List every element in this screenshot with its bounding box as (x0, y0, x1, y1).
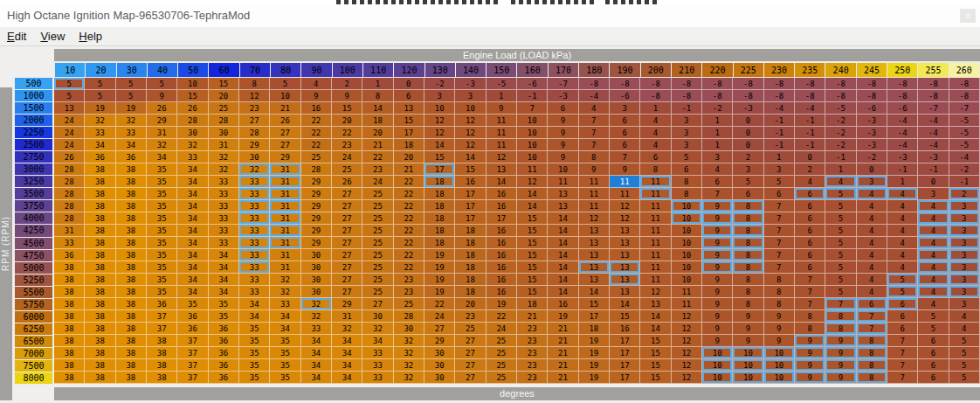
map-cell[interactable]: 7 (764, 200, 795, 212)
map-cell[interactable]: 16 (487, 188, 517, 200)
map-cell[interactable]: 6 (672, 163, 702, 176)
map-cell[interactable]: 27 (455, 347, 486, 359)
map-cell[interactable]: 12 (455, 127, 486, 139)
map-cell[interactable]: 22 (394, 225, 424, 237)
map-cell[interactable]: 27 (332, 286, 362, 298)
map-cell[interactable]: 35 (147, 274, 177, 286)
map-cell[interactable]: 23 (517, 359, 548, 372)
map-cell[interactable]: 14 (610, 298, 640, 310)
map-cell[interactable]: 12 (672, 372, 702, 384)
map-cell[interactable]: 6 (918, 335, 949, 347)
map-cell[interactable]: 4 (640, 139, 671, 151)
map-cell[interactable]: 34 (177, 212, 208, 225)
map-cell[interactable]: 15 (424, 151, 455, 163)
map-cell[interactable]: 35 (239, 335, 270, 347)
map-cell[interactable]: 31 (270, 200, 300, 212)
map-cell[interactable]: -5 (949, 115, 980, 127)
map-cell[interactable]: 11 (640, 249, 671, 261)
map-cell[interactable]: 35 (239, 359, 270, 372)
map-cell[interactable]: 4 (887, 212, 918, 225)
map-cell[interactable]: 8 (857, 359, 887, 372)
map-cell[interactable]: -2 (949, 163, 980, 176)
load-header-cell[interactable]: 170 (549, 63, 578, 77)
map-cell[interactable]: 8 (733, 225, 763, 237)
map-cell[interactable]: 34 (147, 151, 177, 163)
map-cell[interactable]: 6 (702, 176, 733, 188)
map-cell[interactable]: 30 (301, 274, 332, 286)
map-cell[interactable]: 12 (672, 359, 702, 372)
map-cell[interactable]: 34 (239, 310, 270, 323)
map-cell[interactable]: 7 (702, 188, 733, 200)
map-cell[interactable]: 14 (548, 274, 578, 286)
map-cell[interactable]: 38 (116, 225, 147, 237)
map-cell[interactable]: -8 (887, 78, 918, 90)
map-cell[interactable]: 4 (918, 200, 949, 212)
map-cell[interactable]: 4 (857, 188, 887, 200)
map-cell[interactable]: 10 (764, 359, 795, 372)
map-cell[interactable]: 34 (239, 298, 270, 310)
load-header-cell[interactable]: 255 (918, 63, 948, 77)
rpm-header-cell[interactable]: 1500 (15, 102, 52, 114)
map-cell[interactable]: 6 (795, 188, 825, 200)
map-cell[interactable]: 10 (733, 359, 763, 372)
map-cell[interactable]: 7 (887, 359, 918, 372)
map-cell[interactable]: 16 (487, 261, 517, 274)
map-cell[interactable]: 38 (54, 335, 85, 347)
map-cell[interactable]: 2 (949, 188, 980, 200)
map-cell[interactable]: 7 (764, 261, 795, 274)
map-cell[interactable]: 36 (177, 323, 208, 335)
map-cell[interactable]: 19 (424, 261, 455, 274)
map-cell[interactable]: 5 (949, 335, 980, 347)
map-cell[interactable]: 22 (394, 261, 424, 274)
map-cell[interactable]: 32 (332, 323, 362, 335)
map-cell[interactable]: 14 (548, 286, 578, 298)
map-cell[interactable]: 12 (672, 310, 702, 323)
map-cell[interactable]: 17 (610, 372, 640, 384)
map-cell[interactable]: 15 (517, 225, 548, 237)
map-cell[interactable]: 28 (54, 163, 85, 176)
map-cell[interactable]: 10 (517, 115, 548, 127)
map-cell[interactable]: 11 (579, 188, 610, 200)
map-cell[interactable]: 3 (949, 237, 980, 249)
map-cell[interactable]: 27 (455, 372, 486, 384)
map-cell[interactable]: 33 (362, 372, 393, 384)
map-cell[interactable]: 33 (362, 347, 393, 359)
map-cell[interactable]: -3 (857, 127, 887, 139)
map-cell[interactable]: 34 (177, 249, 208, 261)
map-cell[interactable]: 13 (610, 274, 640, 286)
map-cell[interactable]: 2 (332, 78, 362, 90)
map-cell[interactable]: 25 (301, 151, 332, 163)
map-cell[interactable]: 25 (362, 261, 393, 274)
map-cell[interactable]: -1 (795, 127, 825, 139)
map-cell[interactable]: 14 (548, 249, 578, 261)
map-cell[interactable]: 9 (795, 335, 825, 347)
map-cell[interactable]: 6 (857, 298, 887, 310)
load-header-cell[interactable]: 235 (795, 63, 825, 77)
map-cell[interactable]: 9 (795, 372, 825, 384)
map-cell[interactable]: 12 (640, 286, 671, 298)
map-cell[interactable]: 11 (640, 176, 671, 188)
map-cell[interactable]: 34 (85, 139, 115, 151)
map-cell[interactable]: 28 (239, 127, 270, 139)
map-cell[interactable]: 38 (85, 347, 115, 359)
map-cell[interactable]: -7 (949, 102, 980, 115)
map-cell[interactable]: 16 (487, 200, 517, 212)
map-cell[interactable]: 15 (579, 298, 610, 310)
rpm-header-cell[interactable]: 2500 (15, 139, 52, 150)
map-cell[interactable]: 8 (239, 78, 270, 90)
map-cell[interactable]: 6 (887, 298, 918, 310)
map-cell[interactable]: 35 (209, 298, 239, 310)
map-cell[interactable]: 7 (764, 212, 795, 225)
map-cell[interactable]: 13 (579, 225, 610, 237)
map-cell[interactable]: 38 (85, 372, 115, 384)
map-cell[interactable]: 3 (918, 188, 949, 200)
map-cell[interactable]: 23 (394, 274, 424, 286)
map-cell[interactable]: 24 (487, 323, 517, 335)
map-cell[interactable]: 33 (270, 298, 300, 310)
map-cell[interactable]: 34 (177, 188, 208, 200)
load-header-cell[interactable]: 100 (333, 63, 362, 77)
map-cell[interactable]: 15 (177, 90, 208, 102)
map-cell[interactable]: 11 (579, 176, 610, 188)
map-cell[interactable]: -3 (857, 139, 887, 151)
map-cell[interactable]: 13 (394, 102, 424, 115)
